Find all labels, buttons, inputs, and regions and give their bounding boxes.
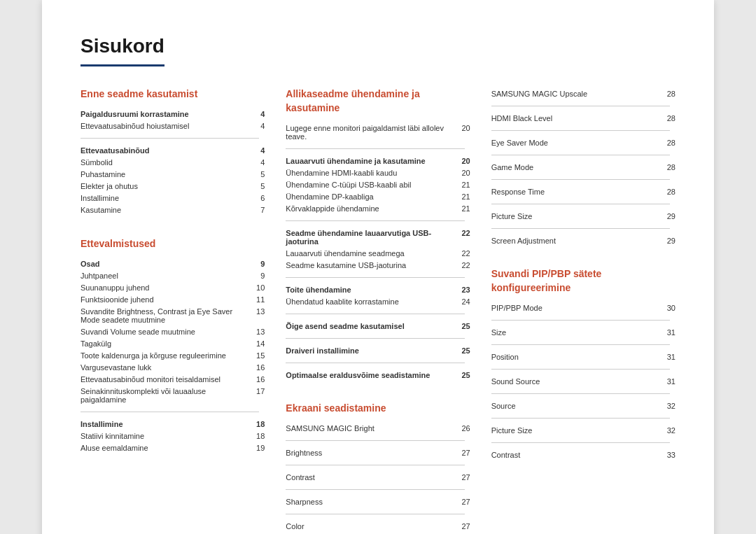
toc-page: 22 — [456, 247, 470, 259]
toc-page: 20 — [456, 122, 470, 142]
toc-label: Ettevaatusabinõud hoiustamisel — [80, 120, 245, 132]
toc-separator — [286, 459, 470, 472]
toc-row: Draiveri installimine25 — [286, 344, 470, 356]
toc-row: Sound Source31 — [491, 375, 676, 387]
toc-separator — [491, 314, 676, 326]
toc-page: 4 — [245, 145, 265, 157]
toc-page: 4 — [245, 120, 265, 132]
toc-row: Aluse eemaldamine19 — [80, 442, 265, 454]
toc-label: Optimaalse eraldusvõime seadistamine — [286, 369, 456, 381]
toc-label: Osad — [80, 258, 251, 269]
toc-label: Seinakinnituskomplekti või lauaaluse pai… — [80, 385, 251, 405]
toc-row: Eye Saver Mode28 — [491, 136, 676, 148]
toc-separator — [286, 307, 470, 320]
toc-label: Kõrvaklappide ühendamine — [286, 202, 456, 214]
toc-label: Contrast — [286, 472, 446, 484]
toc-separator — [286, 508, 470, 521]
toc-label: Statiivi kinnitamine — [80, 430, 251, 442]
toc-label: Suvandite Brightness, Contrast ja Eye Sa… — [80, 305, 251, 325]
toc-page: 16 — [251, 361, 265, 373]
toc-row: Osad9 — [80, 258, 265, 269]
toc-row: Picture Size29 — [491, 210, 676, 222]
toc-page: 25 — [456, 369, 470, 381]
toc-row: Funktsioonide juhend11 — [80, 293, 265, 305]
toc-row: Puhastamine5 — [80, 169, 265, 181]
toc-label: Draiveri installimine — [286, 344, 456, 356]
toc-row: Kasutamine7 — [80, 204, 265, 216]
toc-page: 27 — [447, 472, 470, 484]
toc-row: Tagakülg14 — [80, 337, 265, 349]
toc-page: 19 — [251, 442, 265, 454]
toc-row: Ettevaatusabinõud hoiustamisel4 — [80, 120, 265, 132]
toc-page: 23 — [456, 283, 470, 295]
toc-page: 27 — [447, 447, 470, 459]
toc-page: 22 — [456, 227, 470, 247]
toc-row: Juhtpaneel9 — [80, 269, 265, 281]
toc-page: 7 — [245, 204, 265, 216]
toc-row: Contrast33 — [491, 449, 676, 461]
toc-row: Ühendamine HDMI-kaabli kaudu20 — [286, 167, 470, 178]
toc-row: Ettevaatusabinõud4 — [80, 145, 265, 157]
toc-separator — [491, 99, 676, 112]
toc-separator — [286, 332, 470, 344]
toc-label: Toote kaldenurga ja kõrguse reguleerimin… — [80, 349, 251, 361]
toc-label: Ettevaatusabinõud — [80, 145, 245, 157]
toc-table-misc: SAMSUNG MAGIC Upscale28HDMI Black Level2… — [491, 87, 676, 246]
toc-table-ettevalmistused: Osad9Juhtpaneel9Suunanuppu juhend10Funkt… — [80, 258, 265, 454]
section-ekraani: Ekraani seadistamine SAMSUNG MAGIC Brigh… — [286, 402, 470, 533]
section-title-pip-pbp: Suvandi PIP/PBP sätete konfigureerimine — [491, 267, 676, 295]
toc-label: PIP/PBP Mode — [491, 302, 639, 314]
toc-label: Picture Size — [491, 424, 639, 436]
toc-page: 14 — [251, 337, 265, 349]
toc-page: 27 — [447, 496, 470, 508]
toc-page: 18 — [251, 418, 265, 430]
toc-row: Suunanuppu juhend10 — [80, 281, 265, 293]
toc-label: Lugege enne monitori paigaldamist läbi a… — [286, 122, 456, 142]
toc-separator — [286, 484, 470, 496]
toc-label: Eye Saver Mode — [491, 136, 654, 148]
toc-row: Response Time28 — [491, 185, 676, 197]
toc-page: 21 — [456, 202, 470, 214]
toc-page: 26 — [447, 423, 470, 435]
toc-page: 31 — [639, 351, 676, 363]
toc-separator — [491, 338, 676, 351]
toc-label: Ühendatud kaablite korrastamine — [286, 295, 456, 307]
toc-label: Installimine — [80, 192, 245, 204]
toc-label: Installimine — [80, 418, 251, 430]
toc-row: Optimaalse eraldusvõime seadistamine25 — [286, 369, 470, 381]
toc-page: 11 — [251, 293, 265, 305]
toc-row: Lauaarvuti ühendamine ja kasutamine20 — [286, 155, 470, 167]
toc-label: Kasutamine — [80, 204, 245, 216]
toc-label: Color — [286, 521, 446, 533]
toc-row: Sümbolid4 — [80, 157, 265, 169]
section-misc: SAMSUNG MAGIC Upscale28HDMI Black Level2… — [491, 87, 676, 246]
toc-label: Funktsioonide juhend — [80, 293, 251, 305]
toc-page: 31 — [639, 326, 676, 338]
toc-page: 22 — [456, 259, 470, 271]
page-title: Sisukord — [80, 35, 164, 66]
toc-page: 32 — [639, 400, 676, 412]
toc-separator — [491, 436, 676, 449]
toc-label: Seadme kasutamine USB-jaoturina — [286, 259, 456, 271]
toc-label: Sümbolid — [80, 157, 245, 169]
toc-label: Juhtpaneel — [80, 269, 251, 281]
toc-row: Toote kaldenurga ja kõrguse reguleerimin… — [80, 349, 265, 361]
toc-label: Position — [491, 351, 639, 363]
toc-row: Õige asend seadme kasutamisel25 — [286, 320, 470, 332]
toc-page: 24 — [456, 295, 470, 307]
toc-page: 31 — [639, 375, 676, 387]
toc-row: Seinakinnituskomplekti või lauaaluse pai… — [80, 385, 265, 405]
toc-separator — [491, 412, 676, 424]
toc-label: Toite ühendamine — [286, 283, 456, 295]
toc-separator — [286, 271, 470, 283]
toc-label: Vargusevastane lukk — [80, 361, 251, 373]
toc-label: Brightness — [286, 447, 446, 459]
column-1: Enne seadme kasutamist Paigaldusruumi ko… — [80, 87, 286, 534]
toc-label: Game Mode — [491, 161, 654, 173]
toc-page: 21 — [456, 190, 470, 202]
page: Sisukord Enne seadme kasutamist Paigaldu… — [42, 0, 714, 534]
toc-label: Elekter ja ohutus — [80, 181, 245, 192]
toc-row: Lugege enne monitori paigaldamist läbi a… — [286, 122, 470, 142]
toc-page: 5 — [245, 169, 265, 181]
toc-table-pip-pbp: PIP/PBP Mode30Size31Position31Sound Sour… — [491, 302, 676, 461]
